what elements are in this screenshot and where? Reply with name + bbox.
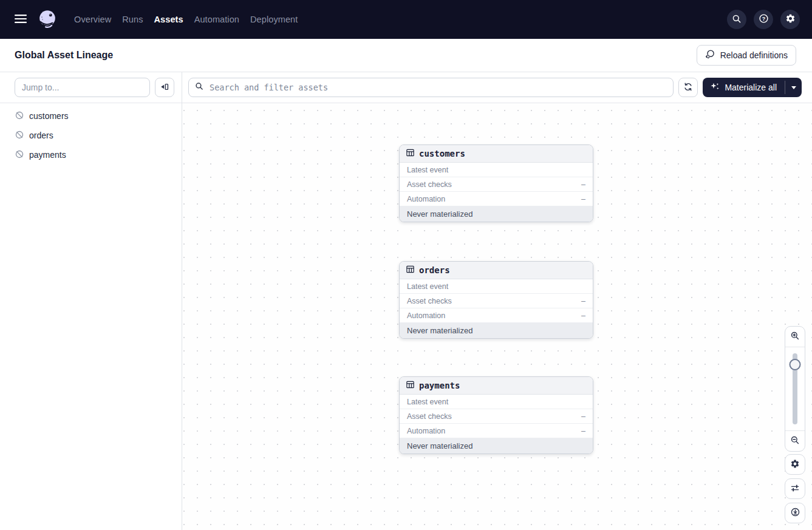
- table-icon: [406, 380, 415, 391]
- recenter-view-button[interactable]: [785, 503, 805, 523]
- node-row-latest-event: Latest event: [400, 279, 593, 294]
- materialize-sparkle-icon: [711, 82, 720, 93]
- search-icon: [732, 14, 742, 25]
- row-label: Automation: [407, 427, 445, 435]
- zoom-out-button[interactable]: [785, 430, 805, 451]
- row-label: Asset checks: [407, 412, 452, 421]
- search-button[interactable]: [727, 10, 746, 29]
- zoom-slider-knob[interactable]: [790, 359, 801, 370]
- asset-node-payments[interactable]: payments Latest event Asset checks – Aut…: [399, 376, 593, 454]
- node-row-asset-checks: Asset checks –: [400, 409, 593, 424]
- asset-search-box: [188, 78, 674, 97]
- row-label: Automation: [407, 195, 445, 203]
- lineage-main: Materialize all customers: [182, 72, 812, 530]
- graph-settings-button[interactable]: [785, 454, 805, 475]
- table-icon: [406, 148, 415, 159]
- asset-name-label: orders: [29, 131, 53, 140]
- asset-node-header: customers: [400, 145, 593, 163]
- asset-node-header: payments: [400, 377, 593, 395]
- nav-item-deployment[interactable]: Deployment: [250, 15, 298, 24]
- chevron-down-icon: [791, 86, 796, 89]
- sidebar-item-customers[interactable]: customers: [0, 106, 182, 126]
- panel-collapse-icon: [160, 82, 169, 93]
- code-location-reload-icon: [705, 49, 715, 61]
- asset-node-customers[interactable]: customers Latest event Asset checks – Au…: [399, 144, 593, 222]
- row-label: Latest event: [407, 398, 448, 406]
- gear-icon: [785, 13, 796, 25]
- collapse-sidebar-button[interactable]: [155, 78, 174, 97]
- reload-definitions-label: Reload definitions: [720, 50, 788, 60]
- row-value: –: [581, 195, 585, 203]
- table-icon: [406, 265, 415, 276]
- row-label: Automation: [407, 311, 445, 320]
- sidebar-item-payments[interactable]: payments: [0, 145, 182, 165]
- graph-filters-button[interactable]: [785, 478, 805, 499]
- node-row-asset-checks: Asset checks –: [400, 177, 593, 192]
- asset-name-label: customers: [29, 111, 69, 121]
- node-row-asset-checks: Asset checks –: [400, 294, 593, 308]
- help-button[interactable]: ?: [754, 10, 773, 29]
- hamburger-icon: [15, 14, 27, 25]
- row-value: –: [581, 297, 585, 305]
- user-settings-button[interactable]: [780, 10, 800, 29]
- zoom-control-panel: [785, 326, 805, 452]
- materialize-all-button[interactable]: Materialize all: [703, 78, 785, 97]
- recenter-download-icon: [790, 507, 800, 519]
- asset-node-orders[interactable]: orders Latest event Asset checks – Autom…: [399, 261, 593, 339]
- lineage-canvas[interactable]: customers Latest event Asset checks – Au…: [182, 103, 812, 530]
- app-root: Overview Runs Assets Automation Deployme…: [0, 0, 812, 530]
- row-value: –: [581, 180, 585, 189]
- nav-item-automation[interactable]: Automation: [194, 15, 239, 24]
- refresh-graph-button[interactable]: [678, 78, 698, 97]
- jump-to-input[interactable]: [15, 78, 150, 97]
- asset-name-label: payments: [29, 150, 66, 160]
- node-row-automation: Automation –: [400, 308, 593, 323]
- svg-text:?: ?: [762, 16, 765, 22]
- materialize-all-split-button: Materialize all: [703, 78, 802, 97]
- tune-filter-icon: [790, 483, 800, 495]
- row-value: –: [581, 412, 585, 421]
- row-label: Latest event: [407, 282, 448, 291]
- sidebar-item-orders[interactable]: orders: [0, 126, 182, 145]
- never-materialized-icon: [15, 110, 24, 122]
- zoom-slider[interactable]: [785, 347, 805, 430]
- top-nav-actions: ?: [727, 10, 800, 29]
- never-materialized-icon: [15, 130, 24, 141]
- main-nav-items: Overview Runs Assets Automation Deployme…: [74, 15, 298, 24]
- never-materialized-icon: [15, 149, 24, 161]
- asset-list: customers orders payments: [0, 103, 182, 168]
- node-row-automation: Automation –: [400, 192, 593, 206]
- node-row-automation: Automation –: [400, 424, 593, 438]
- hamburger-menu-button[interactable]: [9, 7, 33, 32]
- help-icon: ?: [759, 13, 769, 25]
- body-row: customers orders payments: [0, 72, 812, 530]
- asset-node-title: customers: [419, 149, 465, 158]
- node-status: Never materialized: [400, 206, 593, 222]
- top-nav: Overview Runs Assets Automation Deployme…: [0, 0, 812, 39]
- dagster-logo[interactable]: [35, 7, 60, 32]
- reload-definitions-button[interactable]: Reload definitions: [697, 45, 796, 66]
- zoom-out-icon: [790, 435, 800, 447]
- asset-search-input[interactable]: [208, 82, 667, 93]
- row-value: –: [581, 311, 585, 320]
- zoom-in-icon: [790, 331, 800, 342]
- graph-toolbar: Materialize all: [182, 72, 812, 103]
- gear-icon: [790, 459, 800, 471]
- search-icon: [195, 82, 203, 93]
- asset-node-header: orders: [400, 262, 593, 279]
- materialize-options-button[interactable]: [785, 78, 802, 97]
- row-label: Asset checks: [407, 297, 452, 305]
- asset-node-title: payments: [419, 381, 460, 390]
- asset-node-title: orders: [419, 265, 450, 275]
- zoom-in-button[interactable]: [785, 327, 805, 347]
- row-value: –: [581, 427, 585, 435]
- asset-sidebar: customers orders payments: [0, 72, 182, 530]
- nav-item-runs[interactable]: Runs: [122, 15, 143, 24]
- nav-item-assets[interactable]: Assets: [154, 15, 183, 24]
- nav-item-overview[interactable]: Overview: [74, 15, 111, 24]
- node-row-latest-event: Latest event: [400, 395, 593, 409]
- row-label: Asset checks: [407, 180, 452, 189]
- page-title: Global Asset Lineage: [15, 50, 113, 61]
- row-label: Latest event: [407, 166, 448, 174]
- page-header: Global Asset Lineage Reload definitions: [0, 39, 812, 72]
